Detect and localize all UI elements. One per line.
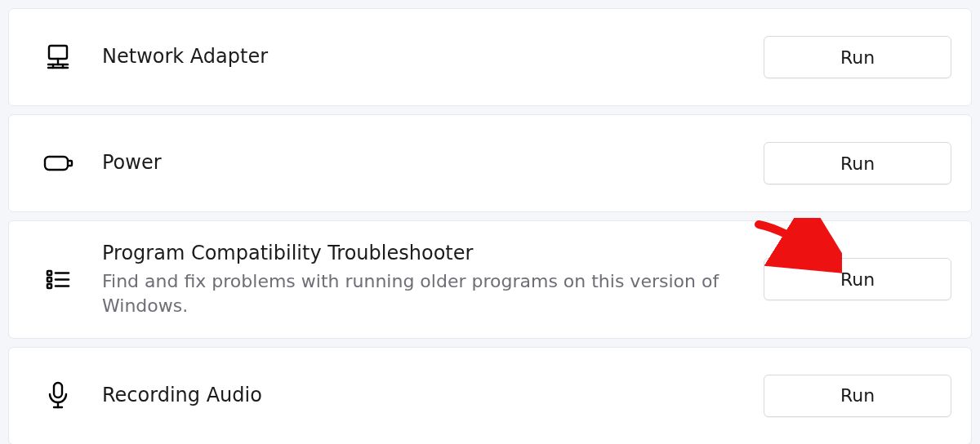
microphone-icon bbox=[33, 380, 82, 412]
troubleshooter-item-network-adapter: Network Adapter Run bbox=[8, 8, 972, 106]
troubleshooter-title: Power bbox=[102, 150, 747, 175]
svg-rect-7 bbox=[47, 271, 51, 275]
troubleshooter-text: Recording Audio bbox=[82, 383, 764, 408]
battery-icon bbox=[33, 147, 82, 180]
troubleshooter-title: Recording Audio bbox=[102, 383, 747, 408]
run-button[interactable]: Run bbox=[764, 258, 951, 300]
troubleshooter-text: Network Adapter bbox=[82, 44, 764, 69]
svg-rect-9 bbox=[47, 278, 51, 282]
troubleshooter-item-program-compatibility: Program Compatibility Troubleshooter Fin… bbox=[8, 220, 972, 339]
troubleshooter-item-power: Power Run bbox=[8, 114, 972, 212]
svg-rect-11 bbox=[47, 284, 51, 288]
troubleshooter-text: Program Compatibility Troubleshooter Fin… bbox=[82, 241, 764, 318]
svg-rect-13 bbox=[54, 383, 62, 397]
troubleshooter-item-recording-audio: Recording Audio Run bbox=[8, 347, 972, 444]
troubleshooter-text: Power bbox=[82, 150, 764, 175]
run-button[interactable]: Run bbox=[764, 142, 951, 184]
troubleshooter-title: Program Compatibility Troubleshooter bbox=[102, 241, 747, 266]
list-icon bbox=[33, 264, 82, 294]
network-adapter-icon bbox=[33, 42, 82, 72]
run-button[interactable]: Run bbox=[764, 36, 951, 78]
troubleshooter-description: Find and fix problems with running older… bbox=[102, 269, 747, 317]
troubleshooter-title: Network Adapter bbox=[102, 44, 747, 69]
troubleshooter-list: Network Adapter Run Power Run bbox=[0, 0, 980, 444]
svg-rect-0 bbox=[49, 46, 67, 59]
run-button[interactable]: Run bbox=[764, 375, 951, 417]
svg-rect-6 bbox=[45, 157, 68, 170]
